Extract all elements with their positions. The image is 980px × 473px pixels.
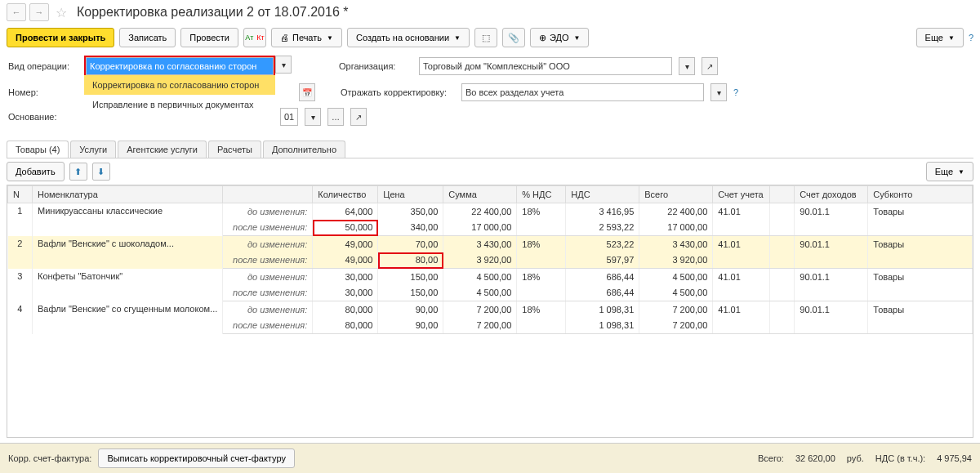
basis-dropdown-arrow[interactable]: ▾ [305, 108, 321, 126]
op-type-label: Вид операции: [8, 61, 78, 71]
col-account[interactable]: Счет учета [713, 186, 770, 203]
col-change-label [223, 186, 313, 203]
edo-button[interactable]: ⊕ ЭДО▼ [530, 28, 589, 47]
col-vat-pct[interactable]: % НДС [517, 186, 566, 203]
printer-icon: 🖨 [280, 33, 289, 42]
op-type-dropdown[interactable]: Корректировка по согласованию сторон ▾ К… [84, 56, 275, 77]
col-n[interactable]: N [8, 186, 33, 203]
items-grid[interactable]: N Номенклатура Количество Цена Сумма % Н… [7, 185, 973, 438]
post-and-close-button[interactable]: Провести и закрыть [7, 28, 114, 47]
help-icon[interactable]: ? [969, 33, 973, 42]
back-button[interactable]: ← [7, 3, 26, 21]
currency-label: руб. [847, 453, 864, 463]
col-vat[interactable]: НДС [566, 186, 639, 203]
move-down-button[interactable]: ⬇ [92, 163, 110, 181]
reflect-dropdown-arrow[interactable]: ▾ [710, 83, 727, 101]
table-row[interactable]: 2 Вафли "Венские" с шоколадом... до изме… [8, 236, 973, 252]
tab-goods[interactable]: Товары (4) [7, 141, 69, 158]
col-sum[interactable]: Сумма [443, 186, 517, 203]
col-total[interactable]: Всего [639, 186, 713, 203]
corr-invoice-label: Корр. счет-фактура: [8, 453, 91, 463]
move-up-button[interactable]: ⬆ [69, 163, 87, 181]
create-based-on-button[interactable]: Создать на основании▼ [347, 28, 470, 47]
table-row[interactable]: 1 Миникруассаны классические до изменени… [8, 203, 973, 220]
org-label: Организация: [339, 61, 412, 71]
table-row[interactable]: 3 Конфеты "Батончик" до изменения: 30,00… [8, 269, 973, 285]
page-title: Корректировка реализации 2 от 18.07.2016… [77, 5, 348, 20]
vat-value: 4 975,94 [937, 453, 972, 463]
favorite-star-icon[interactable]: ☆ [56, 5, 67, 20]
col-subconto[interactable]: Субконто [868, 186, 973, 203]
basis-ellipsis-button[interactable]: … [327, 108, 344, 126]
col-nomenclature[interactable]: Номенклатура [33, 186, 223, 203]
tab-services[interactable]: Услуги [70, 141, 116, 158]
post-button[interactable]: Провести [180, 28, 238, 47]
tab-agent-services[interactable]: Агентские услуги [118, 141, 207, 158]
org-input[interactable]: Торговый дом "Комплексный" ООО [419, 57, 672, 75]
org-open-button[interactable]: ↗ [702, 57, 718, 75]
col-income-account[interactable]: Счет доходов [795, 186, 868, 203]
tab-additional[interactable]: Дополнительно [263, 141, 345, 158]
op-type-value: Корректировка по согласованию сторон [90, 61, 256, 71]
number-label: Номер: [8, 87, 78, 97]
write-button[interactable]: Записать [119, 28, 176, 47]
add-row-button[interactable]: Добавить [7, 162, 65, 181]
org-dropdown-arrow[interactable]: ▾ [679, 57, 695, 75]
forward-button[interactable]: → [29, 3, 49, 21]
tab-settlements[interactable]: Расчеты [208, 141, 261, 158]
col-blank [770, 186, 795, 203]
print-button[interactable]: 🖨Печать▼ [271, 28, 342, 47]
basis-open-button[interactable]: ↗ [350, 108, 367, 126]
reflect-help-icon[interactable]: ? [733, 87, 738, 97]
basis-label: Основание: [8, 112, 78, 122]
total-value: 32 620,00 [795, 453, 835, 463]
calendar-icon-button[interactable]: 📅 [299, 83, 315, 101]
structure-icon-button[interactable]: ⬚ [474, 28, 497, 47]
vat-label: НДС (в т.ч.): [875, 453, 925, 463]
table-row[interactable]: 4 Вафли "Венские" со сгущенным молоком..… [8, 301, 973, 318]
dropdown-item-primary-docs[interactable]: Исправление в первичных документах [84, 95, 275, 114]
more-button-grid[interactable]: Еще▼ [926, 162, 973, 181]
more-button-toolbar[interactable]: Еще▼ [916, 28, 964, 47]
dropdown-item-agreement[interactable]: Корректировка по согласованию сторон [84, 75, 275, 95]
reflect-input[interactable]: Во всех разделах учета [461, 83, 704, 101]
op-type-dropdown-arrow[interactable]: ▾ [275, 56, 292, 74]
col-qty[interactable]: Количество [313, 186, 378, 203]
dtkt-icon-button[interactable]: АтКт [243, 28, 266, 47]
col-price[interactable]: Цена [378, 186, 443, 203]
reflect-label: Отражать корректировку: [341, 87, 455, 97]
total-label: Всего: [758, 453, 784, 463]
issue-corr-invoice-button[interactable]: Выписать корректировочный счет-фактуру [98, 448, 295, 468]
attach-icon-button[interactable]: 📎 [502, 28, 525, 47]
